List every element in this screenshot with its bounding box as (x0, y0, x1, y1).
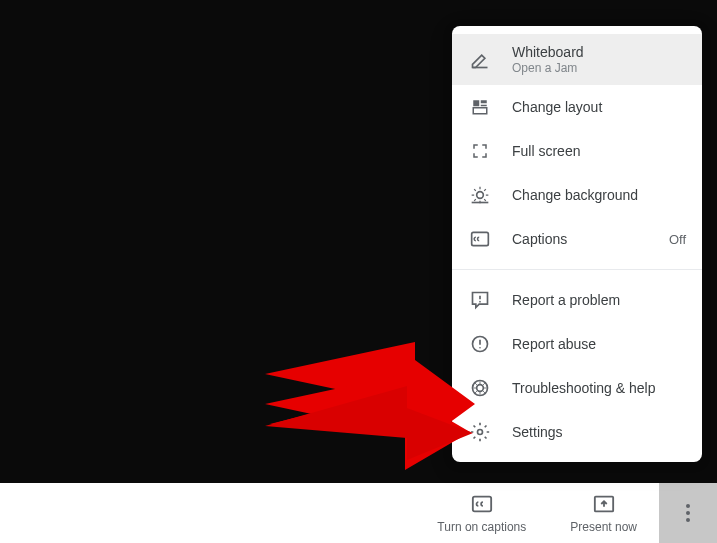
report-abuse-icon (468, 332, 492, 356)
svg-rect-2 (481, 105, 487, 107)
menu-sublabel: Open a Jam (512, 61, 686, 75)
bottom-toolbar: Turn on captions Present now (0, 483, 717, 543)
menu-item-report-abuse[interactable]: Report abuse (452, 322, 702, 366)
captions-icon (468, 227, 492, 251)
menu-item-report-problem[interactable]: Report a problem (452, 278, 702, 322)
menu-item-change-background[interactable]: Change background (452, 173, 702, 217)
svg-point-10 (479, 347, 481, 349)
menu-label: Report a problem (512, 292, 686, 308)
svg-point-12 (477, 385, 484, 392)
feedback-icon (468, 288, 492, 312)
whiteboard-icon (468, 48, 492, 72)
svg-rect-3 (473, 108, 487, 114)
more-options-button[interactable] (659, 483, 717, 543)
menu-item-troubleshooting-help[interactable]: Troubleshooting & help (452, 366, 702, 410)
button-label: Turn on captions (437, 520, 526, 534)
menu-label: Whiteboard (512, 44, 686, 60)
svg-point-13 (478, 430, 483, 435)
menu-label: Report abuse (512, 336, 686, 352)
captions-icon (471, 492, 493, 516)
svg-rect-14 (473, 497, 491, 512)
menu-label: Change background (512, 187, 686, 203)
menu-item-change-layout[interactable]: Change layout (452, 85, 702, 129)
menu-item-whiteboard[interactable]: Whiteboard Open a Jam (452, 34, 702, 85)
menu-label: Change layout (512, 99, 686, 115)
present-icon (593, 492, 615, 516)
menu-label: Settings (512, 424, 686, 440)
captions-status: Off (669, 232, 686, 247)
button-label: Present now (570, 520, 637, 534)
menu-item-full-screen[interactable]: Full screen (452, 129, 702, 173)
fullscreen-icon (468, 139, 492, 163)
kebab-icon (686, 504, 690, 522)
turn-on-captions-button[interactable]: Turn on captions (415, 483, 548, 543)
menu-label: Full screen (512, 143, 686, 159)
layout-icon (468, 95, 492, 119)
menu-item-settings[interactable]: Settings (452, 410, 702, 454)
menu-label: Captions (512, 231, 669, 247)
svg-point-4 (477, 192, 484, 199)
menu-label: Troubleshooting & help (512, 380, 686, 396)
menu-item-captions[interactable]: Captions Off (452, 217, 702, 261)
more-options-menu: Whiteboard Open a Jam Change layout Full… (452, 26, 702, 462)
svg-point-7 (479, 301, 481, 303)
svg-rect-1 (481, 100, 487, 103)
svg-rect-0 (473, 100, 479, 106)
help-icon (468, 376, 492, 400)
present-now-button[interactable]: Present now (548, 483, 659, 543)
menu-divider (452, 269, 702, 270)
gear-icon (468, 420, 492, 444)
background-icon (468, 183, 492, 207)
